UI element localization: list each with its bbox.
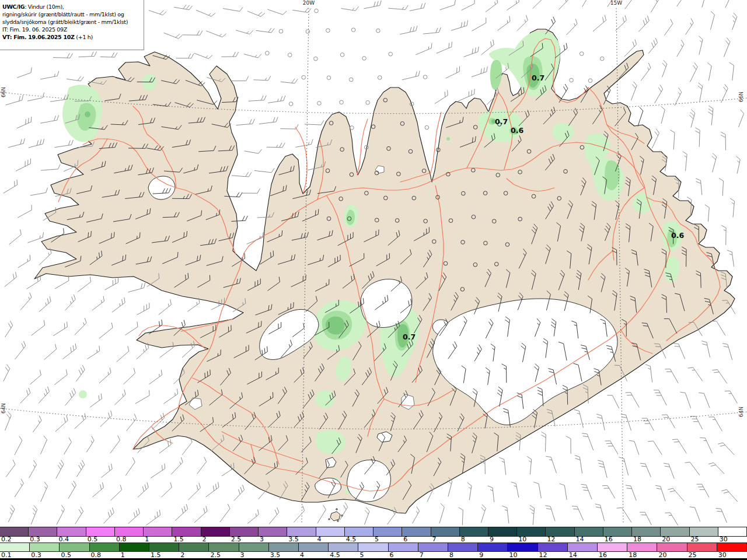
wind-barb-icon — [76, 460, 85, 477]
wind-barb-icon — [103, 508, 114, 523]
wind-barb-icon — [159, 439, 171, 453]
wind-barb-icon — [530, 505, 535, 525]
wind-barb-icon — [721, 132, 726, 150]
wind-barb-icon — [171, 457, 183, 474]
calm-wind-icon — [266, 51, 270, 55]
scale-segment — [448, 542, 478, 552]
wind-barb-icon — [125, 457, 135, 475]
wind-barb-icon — [593, 15, 606, 32]
wind-barb-icon — [15, 436, 22, 455]
wind-barb-icon — [690, 62, 697, 82]
parallel-label-64n-right: 64N — [738, 405, 744, 418]
wind-barb-icon — [75, 507, 83, 524]
wind-barb-icon — [629, 440, 639, 455]
wind-barb-icon — [254, 168, 275, 172]
scale-tick-label: 0.1 — [1, 551, 12, 559]
scale-segment — [59, 542, 89, 552]
scale-segment — [239, 542, 269, 552]
wind-barb-icon — [232, 76, 249, 81]
wind-barb-icon — [128, 283, 145, 292]
wind-barb-icon — [388, 5, 408, 10]
wind-barb-icon — [161, 482, 172, 498]
wind-barb-icon — [416, 43, 432, 55]
sleet-snow-scale-bar — [0, 542, 747, 552]
calm-wind-icon — [289, 102, 293, 106]
wind-barb-icon — [685, 462, 700, 475]
wind-barb-icon — [17, 68, 32, 78]
wind-barb-icon — [86, 436, 94, 452]
wind-barb-icon — [269, 508, 279, 524]
wind-barb-icon — [117, 346, 129, 362]
wind-barb-icon — [137, 303, 149, 315]
wind-barb-icon — [655, 485, 665, 501]
calm-wind-icon — [340, 100, 344, 104]
wind-barb-icon — [281, 79, 298, 83]
wind-barb-icon — [100, 411, 112, 427]
scale-tick-label: 5 — [359, 551, 364, 559]
calm-wind-icon — [378, 76, 382, 80]
wind-barb-icon — [55, 415, 68, 432]
wind-barb-icon — [29, 460, 37, 478]
wind-barb-icon — [65, 388, 76, 405]
meridian-label-20w: 20W — [299, 0, 319, 6]
title-line-rain: rigning/skúrir (grænt/blátt/rautt - mm/1… — [2, 10, 141, 18]
wind-barb-icon — [305, 120, 324, 125]
wind-barb-icon — [4, 365, 10, 382]
wind-barb-icon — [598, 460, 607, 478]
wind-barb-icon — [546, 456, 556, 473]
wind-barb-icon — [730, 198, 735, 218]
wind-barb-icon — [705, 205, 710, 222]
wind-barb-icon — [595, 504, 605, 521]
wind-barb-icon — [30, 188, 48, 196]
wind-barb-icon — [87, 346, 99, 359]
wind-barb-icon — [638, 16, 649, 32]
scale-tick-label: 6 — [390, 551, 394, 559]
scale-segment — [477, 542, 508, 552]
wind-barb-icon — [16, 159, 31, 172]
wind-barb-icon — [697, 484, 709, 497]
wind-barb-icon — [39, 249, 51, 265]
wind-barb-icon — [641, 63, 651, 81]
wind-barb-icon — [511, 482, 519, 498]
wind-barb-icon — [232, 172, 252, 177]
scale-segment — [0, 542, 30, 552]
wind-barb-icon — [596, 414, 605, 430]
wind-barb-icon — [194, 53, 212, 58]
scale-tick-label: 10 — [509, 551, 517, 559]
wind-barb-icon — [640, 512, 651, 525]
scale-segment — [268, 542, 299, 552]
wind-barb-icon — [665, 369, 678, 383]
wind-barb-icon — [458, 89, 474, 101]
wind-barb-icon — [125, 321, 138, 335]
wind-barb-icon — [719, 178, 724, 196]
wind-barb-icon — [638, 107, 643, 126]
wind-barb-icon — [244, 54, 261, 58]
wind-barb-icon — [188, 483, 200, 500]
scale-segment — [507, 542, 537, 552]
scale-tick-label: 1 — [121, 551, 125, 559]
scale-segment — [298, 542, 329, 552]
wind-barb-icon — [558, 0, 568, 10]
calm-wind-icon — [588, 79, 592, 83]
wind-barb-icon — [688, 368, 703, 381]
wind-barb-icon — [247, 232, 263, 244]
wind-barb-icon — [8, 138, 25, 147]
wind-barb-icon — [267, 9, 287, 15]
scale-tick-label: 4.5 — [330, 551, 340, 559]
wind-barb-icon — [661, 106, 665, 124]
wind-barb-icon — [75, 318, 86, 335]
wind-barb-icon — [626, 485, 637, 501]
wind-barb-icon — [27, 93, 44, 101]
precip-value-label: 0.7 — [403, 332, 416, 341]
wind-barb-icon — [545, 506, 555, 522]
wind-barb-icon — [15, 479, 23, 498]
wind-barb-icon — [76, 365, 85, 382]
scale-tick-label: 20 — [658, 551, 666, 559]
wind-barb-icon — [92, 296, 104, 310]
wind-barb-icon — [31, 505, 37, 524]
wind-barb-icon — [174, 5, 193, 10]
wind-barb-icon — [608, 396, 619, 408]
wind-barb-icon — [716, 509, 727, 523]
wind-barb-icon — [242, 188, 260, 193]
wind-barb-icon — [245, 149, 262, 153]
